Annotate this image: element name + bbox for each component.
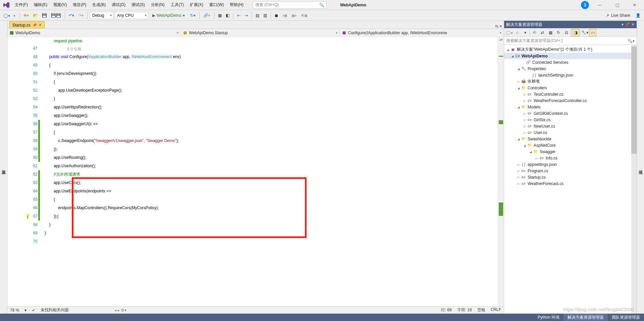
se-sync-icon[interactable]: ⟲ <box>531 29 538 36</box>
solexp-scrollbar[interactable] <box>631 45 637 314</box>
indent-out-button[interactable]: ⇤ <box>236 11 242 19</box>
minimize-button[interactable]: — <box>593 0 606 10</box>
code-text-area[interactable]: request pipeline.0 个引用 public void Confi… <box>40 37 498 306</box>
zoom-dropdown-icon[interactable]: ▾ <box>24 308 26 313</box>
nav-method[interactable]: Configure(IApplicationBuilder app, IWebH… <box>340 29 504 37</box>
menu-extensions[interactable]: 扩展(X) <box>187 1 206 9</box>
menu-project[interactable]: 项目(P) <box>70 1 89 9</box>
back-button[interactable]: ◯◂ <box>2 11 11 19</box>
tab-startup-cs[interactable]: Startup.cs 📌 ✕ <box>9 21 45 29</box>
prev-bookmark[interactable]: ◂◼ <box>281 11 289 19</box>
tree-dependencies[interactable]: 📦依赖项 <box>504 78 631 85</box>
statusbar-tab-python[interactable]: Python 环境 <box>534 314 564 321</box>
se-back-icon[interactable]: ◯◂ <box>505 29 513 36</box>
se-refresh-icon[interactable]: ↻ <box>555 29 562 36</box>
menu-analyze[interactable]: 分析(N) <box>148 1 167 9</box>
tree-swagger[interactable]: 📁Swagger <box>504 148 631 155</box>
tb-icon-2[interactable]: ◧ <box>224 11 231 19</box>
global-search-input[interactable]: 搜索 (Ctrl+Q) 🔍 <box>253 1 327 9</box>
tree-launchsettings[interactable]: { }launchSettings.json <box>504 72 631 78</box>
se-scope-icon[interactable]: ◨ <box>572 29 579 36</box>
pin-icon[interactable]: 📌 <box>33 23 37 27</box>
tree-project[interactable]: C#WebApiDemo <box>504 53 631 59</box>
tree-properties[interactable]: 🔧Properties <box>504 65 631 72</box>
tab-dropdown-icon[interactable]: ▾ <box>500 24 502 29</box>
user-avatar-badge[interactable]: 3 <box>581 1 589 9</box>
run-button[interactable]: ▶ WebApiDemo ▾ <box>150 13 187 18</box>
solution-explorer-search[interactable]: 搜索解决方案资源管理器(Ctrl+;) 🔍▾ <box>504 37 637 45</box>
bookmark-button[interactable]: ◼ <box>273 11 279 19</box>
save-button[interactable]: 💾 <box>41 11 48 19</box>
issues-nav-icon[interactable]: ◂ ▸ ⚙▾ <box>114 308 126 313</box>
se-view-icon[interactable]: ▾ <box>522 29 529 36</box>
tree-program[interactable]: C#Program.cs <box>504 168 631 174</box>
left-rail-toolbox[interactable]: 工具箱 <box>0 21 7 314</box>
tree-girl1804[interactable]: C#Girl1804Context.cs <box>504 110 631 117</box>
account-icon[interactable]: 👤 <box>634 11 642 19</box>
menu-debug[interactable]: 调试(D) <box>109 1 128 9</box>
open-button[interactable]: 📂 <box>32 11 39 19</box>
tree-aspnetcore[interactable]: 📁AspNetCore <box>504 142 631 148</box>
tree-appsettings[interactable]: { }appsettings.json <box>504 161 631 168</box>
menu-tools[interactable]: 工具(T) <box>168 1 186 9</box>
menu-file[interactable]: 文件(F) <box>12 1 31 9</box>
panel-dropdown-icon[interactable]: ▾ <box>622 22 624 27</box>
browser-link-button[interactable]: 🔗▾ <box>202 11 212 19</box>
se-showall-icon[interactable]: ▦ <box>547 29 554 36</box>
tree-info[interactable]: C#Info.cs <box>504 155 631 161</box>
config-dropdown[interactable]: Debug <box>90 12 113 19</box>
next-bookmark[interactable]: ◼▸ <box>290 11 298 19</box>
menu-test[interactable]: 测试(S) <box>129 1 148 9</box>
comment-button[interactable]: ▤ <box>254 11 261 19</box>
nav-project[interactable]: WebApiDemo <box>7 29 181 37</box>
se-home-icon[interactable]: ⌂ <box>514 29 521 36</box>
tree-weatherforecast[interactable]: C#WeatherForecast.cs <box>504 180 631 187</box>
menu-view[interactable]: 视图(V) <box>51 1 69 9</box>
tree-solution[interactable]: ▣解决方案"WebApiDemo"(1 个项目/共 1 个) <box>504 46 631 53</box>
se-preview-icon[interactable]: ▭ <box>589 29 596 36</box>
scroll-split-icon[interactable]: ▴▾ <box>498 38 504 41</box>
tree-weathercontroller[interactable]: C#WeatherForecastController.cs <box>504 97 631 104</box>
maximize-button[interactable]: ▢ <box>610 0 624 10</box>
se-properties-icon[interactable]: 🔧▾ <box>581 29 588 36</box>
panel-pin-icon[interactable]: 📌 <box>625 22 630 27</box>
tree-controllers[interactable]: 📁Controllers <box>504 85 631 91</box>
indent-in-button[interactable]: ⇥ <box>243 11 249 19</box>
statusbar-tab-team[interactable]: 团队资源管理器 <box>608 314 644 321</box>
refresh-button[interactable]: ↻▾ <box>189 11 197 19</box>
menu-edit[interactable]: 编辑(E) <box>31 1 50 9</box>
se-pending-icon[interactable]: ⇄ <box>539 29 546 36</box>
platform-dropdown[interactable]: Any CPU <box>115 12 148 19</box>
menu-help[interactable]: 帮助(H) <box>227 1 246 9</box>
tree-models[interactable]: 📁Models <box>504 104 631 110</box>
live-share-button[interactable]: ↗ Live Share <box>603 13 633 18</box>
clear-bookmarks[interactable]: ✖◼ <box>300 11 309 19</box>
save-all-button[interactable]: 💾💾 <box>50 11 62 19</box>
menu-window[interactable]: 窗口(W) <box>207 1 226 9</box>
status-ws[interactable]: 空格 <box>477 307 485 313</box>
forward-button[interactable]: ▸ <box>12 11 17 19</box>
tree-startup[interactable]: C#Startup.cs <box>504 174 631 180</box>
code-editor[interactable]: 4748495051525354555657585960616263646566… <box>7 37 504 306</box>
nav-class[interactable]: WebApiDemo.Startup <box>181 29 340 37</box>
tab-overflow-icon[interactable]: ⇆ <box>495 24 498 29</box>
tree-user[interactable]: C#User.cs <box>504 129 631 136</box>
se-collapse-icon[interactable]: ⊟ <box>563 29 570 36</box>
close-button[interactable]: ✕ <box>628 0 641 10</box>
status-eol[interactable]: CRLF <box>491 307 501 313</box>
issues-text[interactable]: 未找到相关问题 <box>41 307 69 313</box>
panel-close-icon[interactable]: ✕ <box>631 22 635 27</box>
tree-newuser[interactable]: C#NewUser.cs <box>504 123 631 129</box>
zoom-level[interactable]: 76 % <box>10 308 19 313</box>
tree-connected-services[interactable]: 🔗Connected Services <box>504 59 631 65</box>
tb-icon-1[interactable]: ▦ <box>217 11 223 19</box>
close-tab-icon[interactable]: ✕ <box>39 23 42 27</box>
statusbar-tab-solexp[interactable]: 解决方案资源管理器 <box>564 314 608 321</box>
redo-button[interactable]: ↷▾ <box>77 11 85 19</box>
menu-build[interactable]: 生成(B) <box>90 1 108 9</box>
solution-tree[interactable]: ▣解决方案"WebApiDemo"(1 个项目/共 1 个) C#WebApiD… <box>504 45 631 314</box>
tree-girlsix[interactable]: C#GirlSix.cs <box>504 117 631 123</box>
uncomment-button[interactable]: ▥ <box>262 11 268 19</box>
new-item-button[interactable]: ✚▾ <box>22 11 30 19</box>
tree-swashbuckle[interactable]: 📁Swashbuckle <box>504 136 631 142</box>
